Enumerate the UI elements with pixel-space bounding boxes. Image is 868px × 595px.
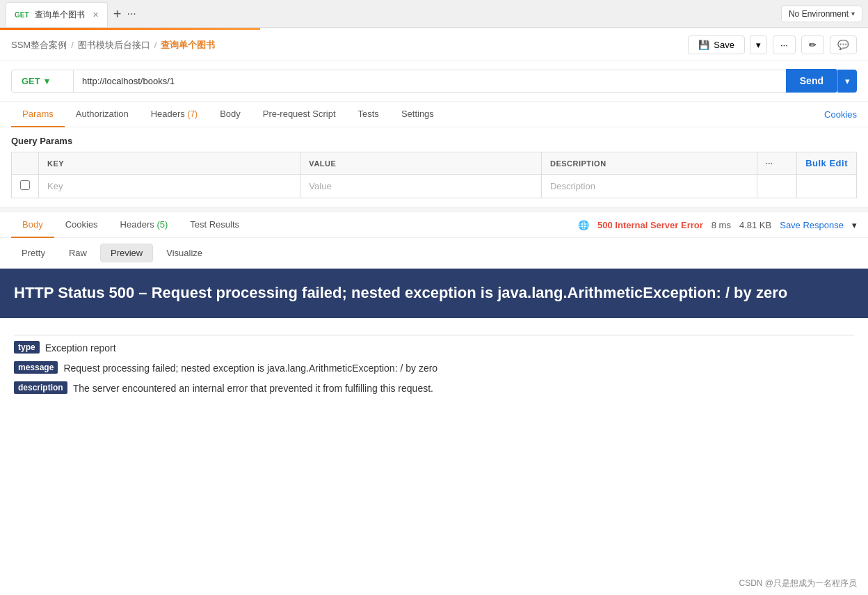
- col-value-header: VALUE: [300, 152, 542, 175]
- send-chevron-button[interactable]: ▾: [837, 70, 857, 93]
- url-input[interactable]: [74, 70, 786, 93]
- tab-headers[interactable]: Headers (7): [140, 102, 209, 127]
- breadcrumb-part2[interactable]: 图书模块后台接口: [78, 39, 150, 51]
- tab-params-label: Params: [22, 109, 54, 119]
- type-label: type: [14, 341, 40, 354]
- tab-tests[interactable]: Tests: [347, 102, 390, 127]
- resp-tab-headers[interactable]: Headers (5): [109, 212, 179, 238]
- response-time: 8 ms: [712, 220, 731, 230]
- error-header: HTTP Status 500 – Request processing fai…: [0, 269, 868, 318]
- section-divider: [0, 207, 868, 212]
- fmt-preview-label: Preview: [111, 248, 143, 258]
- value-cell[interactable]: Value: [300, 175, 542, 198]
- breadcrumb-bar: SSM整合案例 / 图书模块后台接口 / 查询单个图书 💾 Save ▾ ···…: [0, 30, 868, 61]
- send-chevron-icon: ▾: [845, 76, 850, 86]
- save-response-button[interactable]: Save Response: [780, 220, 844, 230]
- format-tabs: Pretty Raw Preview Visualize: [0, 238, 868, 269]
- tab-authorization[interactable]: Authorization: [65, 102, 140, 127]
- breadcrumb-sep1: /: [71, 40, 74, 50]
- tab-authorization-label: Authorization: [76, 109, 129, 119]
- error-message-line: message Request processing failed; neste…: [14, 361, 854, 376]
- more-actions-button[interactable]: ···: [773, 35, 796, 54]
- headers-badge: (7): [187, 109, 198, 119]
- col-check-header: [12, 152, 39, 175]
- close-icon[interactable]: ×: [93, 9, 99, 20]
- params-section: Query Params KEY VALUE DESCRIPTION ··· B…: [0, 127, 868, 207]
- method-chevron: ▾: [45, 76, 49, 86]
- more-tabs-icon[interactable]: ···: [127, 8, 136, 20]
- response-header: Body Cookies Headers (5) Test Results 🌐 …: [0, 212, 868, 238]
- resp-tab-cookies[interactable]: Cookies: [54, 212, 109, 238]
- tab-prerequest[interactable]: Pre-request Script: [252, 102, 347, 127]
- col-key-header: KEY: [39, 152, 300, 175]
- cookies-link[interactable]: Cookies: [824, 109, 857, 120]
- send-button[interactable]: Send: [786, 69, 837, 93]
- message-label: message: [14, 361, 58, 374]
- type-text: Exception report: [45, 341, 116, 356]
- send-label: Send: [800, 75, 823, 86]
- request-tab[interactable]: GET 查询单个图书 ×: [6, 2, 108, 27]
- chevron-down-icon: ▾: [851, 10, 855, 17]
- col-actions-header: ···: [757, 152, 797, 175]
- resp-tab-test-results[interactable]: Test Results: [179, 212, 250, 238]
- fmt-visualize-label: Visualize: [166, 248, 202, 258]
- tab-params[interactable]: Params: [11, 102, 65, 127]
- breadcrumb: SSM整合案例 / 图书模块后台接口 / 查询单个图书: [11, 39, 215, 51]
- comment-button[interactable]: 💬: [830, 35, 857, 54]
- tab-tests-label: Tests: [358, 109, 379, 119]
- response-status: 🌐 500 Internal Server Error 8 ms 4.81 KB…: [578, 220, 857, 230]
- edit-icon: ✏: [809, 40, 817, 50]
- fmt-raw[interactable]: Raw: [58, 244, 97, 262]
- error-body: type Exception report message Request pr…: [0, 318, 868, 413]
- url-bar: GET ▾ Send ▾: [0, 61, 868, 102]
- description-text: The server encountered an internal error…: [73, 381, 433, 396]
- resp-tab-headers-label: Headers: [120, 219, 154, 230]
- fmt-raw-label: Raw: [69, 248, 87, 258]
- row-checkbox[interactable]: [20, 180, 30, 190]
- tab-headers-label: Headers: [151, 109, 185, 119]
- tab-body[interactable]: Body: [209, 102, 252, 127]
- response-section: Body Cookies Headers (5) Test Results 🌐 …: [0, 212, 868, 422]
- save-chevron-button[interactable]: ▾: [750, 35, 767, 54]
- fmt-preview[interactable]: Preview: [100, 244, 153, 262]
- method-selector[interactable]: GET ▾: [11, 70, 74, 93]
- error-type-line: type Exception report: [14, 341, 854, 356]
- breadcrumb-part1[interactable]: SSM整合案例: [11, 39, 67, 51]
- add-tab-icon[interactable]: +: [113, 7, 122, 21]
- row-bulk: [797, 175, 857, 198]
- edit-button[interactable]: ✏: [801, 35, 824, 54]
- resp-tab-test-label: Test Results: [190, 219, 239, 230]
- fmt-pretty[interactable]: Pretty: [11, 244, 56, 262]
- resp-headers-badge: (5): [156, 219, 168, 230]
- response-preview: HTTP Status 500 – Request processing fai…: [0, 269, 868, 422]
- comment-icon: 💬: [837, 40, 849, 50]
- row-check: [12, 175, 39, 198]
- row-actions: [757, 175, 797, 198]
- tab-settings[interactable]: Settings: [390, 102, 445, 127]
- query-params-title: Query Params: [11, 136, 857, 146]
- tab-bar: GET 查询单个图书 × + ··· No Environment ▾: [0, 0, 868, 28]
- breadcrumb-actions: 💾 Save ▾ ··· ✏ 💬: [688, 35, 857, 54]
- resp-tab-cookies-label: Cookies: [65, 219, 98, 230]
- key-cell[interactable]: Key: [39, 175, 300, 198]
- params-table: KEY VALUE DESCRIPTION ··· Bulk Edit Key …: [11, 152, 857, 198]
- response-size: 4.81 KB: [739, 220, 771, 230]
- tab-prerequest-label: Pre-request Script: [263, 109, 336, 119]
- save-response-chevron[interactable]: ▾: [852, 220, 857, 230]
- error-heading: HTTP Status 500 – Request processing fai…: [14, 283, 854, 304]
- fmt-visualize[interactable]: Visualize: [156, 244, 213, 262]
- env-name: No Environment: [789, 9, 849, 19]
- resp-tab-body[interactable]: Body: [11, 212, 54, 238]
- save-icon: 💾: [698, 40, 709, 50]
- tab-title: 查询单个图书: [35, 9, 85, 21]
- save-button[interactable]: 💾 Save: [688, 35, 745, 54]
- tab-body-label: Body: [220, 109, 241, 119]
- environment-selector[interactable]: No Environment ▾: [781, 6, 862, 22]
- save-label: Save: [714, 40, 734, 50]
- error-description-line: description The server encountered an in…: [14, 381, 854, 396]
- globe-icon: 🌐: [578, 220, 589, 230]
- method-label: GET: [22, 76, 40, 86]
- bulk-edit-header[interactable]: Bulk Edit: [797, 152, 857, 175]
- desc-cell[interactable]: Description: [541, 175, 757, 198]
- more-icon: ···: [780, 40, 788, 50]
